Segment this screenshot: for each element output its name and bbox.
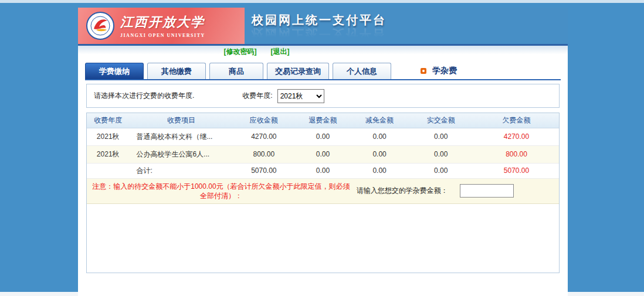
content-area: 学费缴纳 其他缴费 商品 交易记录查询 个人信息 学杂费 请选择本次进行交费的收… bbox=[78, 58, 568, 296]
university-name-en: JIANGXI OPEN UNIVERSITY bbox=[120, 33, 205, 38]
table-header-row: 收费年度 收费项目 应收金额 退费金额 减免金额 实交金额 欠费金额 bbox=[87, 113, 559, 128]
fee-table-panel: 收费年度 收费项目 应收金额 退费金额 减免金额 实交金额 欠费金额 2021秋… bbox=[86, 113, 560, 273]
cell-item: 公办高校学生公寓6人... bbox=[129, 145, 233, 163]
section-label: 学杂费 bbox=[432, 66, 457, 76]
header: 江西开放大学 JIANGXI OPEN UNIVERSITY 校园网上统一支付平… bbox=[78, 8, 568, 44]
cell-paid: 0.00 bbox=[408, 128, 474, 145]
change-password-link[interactable]: [修改密码] bbox=[224, 47, 257, 57]
university-names: 江西开放大学 JIANGXI OPEN UNIVERSITY bbox=[120, 13, 205, 38]
cell-refund: 0.00 bbox=[294, 163, 351, 178]
cell-year: 2021秋 bbox=[87, 145, 129, 163]
university-banner: 江西开放大学 JIANGXI OPEN UNIVERSITY bbox=[78, 8, 245, 44]
platform-title-reflection: 校园网上统一支付平台 bbox=[252, 26, 568, 42]
tab-personal-info[interactable]: 个人信息 bbox=[333, 63, 391, 79]
tab-transaction-query[interactable]: 交易记录查询 bbox=[267, 63, 329, 79]
table-row: 2021秋 公办高校学生公寓6人... 800.00 0.00 0.00 0.0… bbox=[87, 145, 559, 163]
cell-waive: 0.00 bbox=[351, 128, 408, 145]
year-hint-text: 请选择本次进行交费的收费年度. bbox=[94, 91, 194, 101]
orange-bullet-icon bbox=[421, 68, 426, 74]
fee-year-select[interactable]: 2021秋 bbox=[277, 89, 324, 103]
col-header-due: 应收金额 bbox=[233, 113, 295, 128]
col-header-year: 收费年度 bbox=[87, 113, 129, 128]
col-header-paid: 实交金额 bbox=[408, 113, 474, 128]
col-header-waive: 减免金额 bbox=[351, 113, 408, 128]
misc-fee-amount-input[interactable] bbox=[460, 184, 514, 198]
cell-item: 普通高校本科文科（继... bbox=[129, 128, 233, 145]
university-name-cn: 江西开放大学 bbox=[120, 13, 205, 31]
tab-bar: 学费缴纳 其他缴费 商品 交易记录查询 个人信息 学杂费 bbox=[85, 58, 561, 80]
table-row: 2021秋 普通高校本科文科（继... 4270.00 0.00 0.00 0.… bbox=[87, 128, 559, 145]
links-bar: [修改密码] [退出] bbox=[78, 46, 568, 58]
year-select-label: 收费年度: bbox=[242, 91, 272, 101]
tab-goods[interactable]: 商品 bbox=[209, 63, 263, 79]
cell-refund: 0.00 bbox=[294, 128, 351, 145]
amount-input-label: 请输入您想交的学杂费金额： bbox=[357, 186, 448, 196]
university-logo-icon bbox=[86, 12, 114, 40]
minimum-amount-warning: 注意：输入的待交金额不能小于1000.00元（若合计所欠金额小于此限定值，则必须… bbox=[91, 182, 351, 200]
tab-other-payment[interactable]: 其他缴费 bbox=[147, 63, 206, 79]
top-edge-strip bbox=[0, 0, 644, 3]
table-total-row: 合计: 5070.00 0.00 0.00 0.00 5070.00 bbox=[87, 163, 559, 178]
page-container: 江西开放大学 JIANGXI OPEN UNIVERSITY 校园网上统一支付平… bbox=[78, 8, 568, 296]
cell-year: 2021秋 bbox=[87, 128, 129, 145]
col-header-item: 收费项目 bbox=[129, 113, 233, 128]
cell-waive: 0.00 bbox=[351, 163, 408, 178]
cell-paid: 0.00 bbox=[408, 163, 474, 178]
platform-title-zone: 校园网上统一支付平台 校园网上统一支付平台 bbox=[245, 8, 568, 44]
cell-due: 4270.00 bbox=[233, 128, 295, 145]
cell-owed: 5070.00 bbox=[474, 163, 559, 178]
notice-row: 注意：输入的待交金额不能小于1000.00元（若合计所欠金额小于此限定值，则必须… bbox=[87, 179, 559, 204]
cell-waive: 0.00 bbox=[351, 145, 408, 163]
cell-total-label: 合计: bbox=[129, 163, 233, 178]
cell-refund: 0.00 bbox=[294, 145, 351, 163]
fee-table: 收费年度 收费项目 应收金额 退费金额 减免金额 实交金额 欠费金额 2021秋… bbox=[87, 113, 559, 179]
year-select-panel: 请选择本次进行交费的收费年度. 收费年度: 2021秋 bbox=[86, 84, 560, 108]
cell-year bbox=[87, 163, 129, 178]
logout-link[interactable]: [退出] bbox=[271, 47, 290, 57]
col-header-refund: 退费金额 bbox=[294, 113, 351, 128]
tab-tuition-payment[interactable]: 学费缴纳 bbox=[85, 63, 144, 79]
cell-paid: 0.00 bbox=[408, 145, 474, 163]
col-header-owed: 欠费金额 bbox=[474, 113, 559, 128]
cell-due: 800.00 bbox=[233, 145, 295, 163]
section-badge: 学杂费 bbox=[421, 66, 457, 76]
cell-owed: 4270.00 bbox=[474, 128, 559, 145]
cell-due: 5070.00 bbox=[233, 163, 295, 178]
cell-owed: 800.00 bbox=[474, 145, 559, 163]
